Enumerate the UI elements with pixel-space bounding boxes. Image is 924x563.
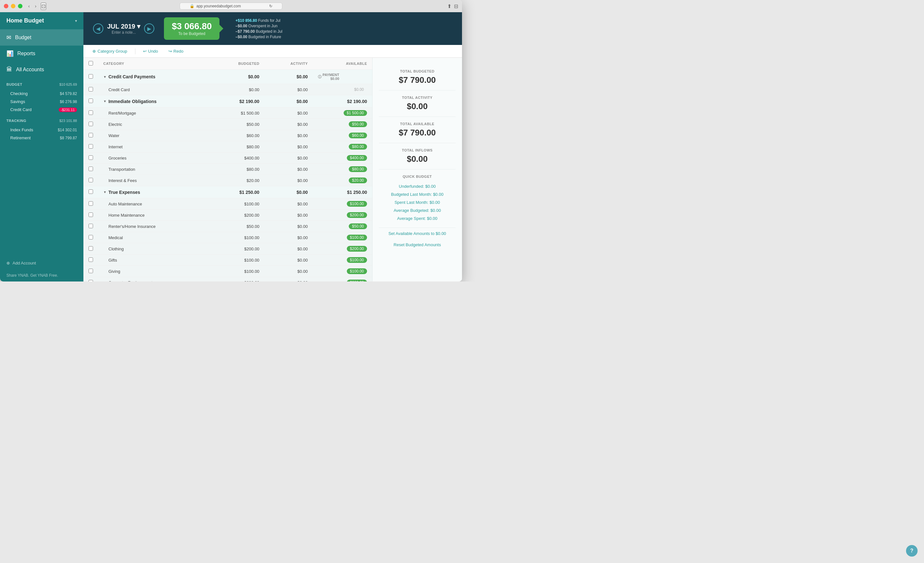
sidebar-arrow-icon[interactable]: ▾ xyxy=(75,19,77,23)
available-badge[interactable]: $80.00 xyxy=(349,144,367,150)
back-button[interactable]: ‹ xyxy=(26,3,32,9)
set-available-button[interactable]: Set Available Amounts to $0.00 xyxy=(379,228,456,239)
group-budgeted[interactable]: $1 250.00 xyxy=(210,186,264,198)
available-badge[interactable]: $80.00 xyxy=(349,166,367,172)
row-checkbox[interactable] xyxy=(88,246,93,251)
item-budgeted[interactable]: $200.00 xyxy=(210,243,264,255)
undo-button[interactable]: ↩ Undo xyxy=(141,48,161,55)
item-budgeted[interactable]: $100.00 xyxy=(210,266,264,277)
sidebar-account-index-funds[interactable]: Index Funds $14 302.01 xyxy=(0,126,83,134)
row-checkbox[interactable] xyxy=(88,235,93,239)
quick-budget-budgeted-last-month[interactable]: Budgeted Last Month: $0.00 xyxy=(379,190,456,198)
available-badge[interactable]: $60.00 xyxy=(349,132,367,138)
maximize-button[interactable] xyxy=(18,4,22,8)
item-budgeted[interactable]: $60.00 xyxy=(210,130,264,141)
item-budgeted[interactable]: $100.00 xyxy=(210,232,264,243)
item-budgeted[interactable]: $200.00 xyxy=(210,277,264,282)
group-budgeted[interactable]: $0.00 xyxy=(210,70,264,84)
row-checkbox[interactable] xyxy=(88,133,93,137)
row-checkbox[interactable] xyxy=(88,280,93,282)
row-checkbox[interactable] xyxy=(88,189,93,194)
sidebar-account-credit-card[interactable]: Credit Card -$231.11 xyxy=(0,106,83,114)
item-available: $0.00 xyxy=(313,84,372,95)
row-checkbox[interactable] xyxy=(88,110,93,115)
sidebar-item-all-accounts[interactable]: 🏛 All Accounts xyxy=(0,62,83,77)
available-badge[interactable]: $50.00 xyxy=(349,121,367,127)
accounts-icon: 🏛 xyxy=(6,66,12,73)
sidebar-toggle-button[interactable]: ⊡ xyxy=(41,3,46,10)
share-button[interactable]: ⬆ xyxy=(447,3,452,9)
tracking-section-amount: $23 101.88 xyxy=(59,119,77,123)
row-checkbox[interactable] xyxy=(88,269,93,273)
row-checkbox[interactable] xyxy=(88,167,93,171)
expand-arrow-icon[interactable]: ▼ xyxy=(103,99,106,103)
item-budgeted[interactable]: $50.00 xyxy=(210,119,264,130)
quick-budget-underfunded[interactable]: Underfunded: $0.00 xyxy=(379,182,456,190)
select-all-checkbox[interactable] xyxy=(88,61,93,66)
sidebar-account-savings[interactable]: Savings $6 276.98 xyxy=(0,98,83,106)
row-checkbox[interactable] xyxy=(88,224,93,228)
available-badge[interactable]: $200.00 xyxy=(347,279,367,281)
available-badge[interactable]: $200.00 xyxy=(347,212,367,218)
sidebar-item-label-reports: Reports xyxy=(17,51,35,57)
item-budgeted[interactable]: $100.00 xyxy=(210,255,264,266)
expand-arrow-icon[interactable]: ▼ xyxy=(103,75,106,79)
row-checkbox[interactable] xyxy=(88,74,93,79)
available-badge[interactable]: $100.00 xyxy=(347,235,367,240)
available-badge[interactable]: $100.00 xyxy=(347,268,367,274)
group-budgeted[interactable]: $2 190.00 xyxy=(210,95,264,108)
window-control-button[interactable]: ⊟ xyxy=(454,3,458,9)
item-budgeted[interactable]: $100.00 xyxy=(210,198,264,210)
row-checkbox[interactable] xyxy=(88,257,93,262)
row-checkbox[interactable] xyxy=(88,144,93,149)
item-budgeted[interactable]: $20.00 xyxy=(210,175,264,186)
item-budgeted[interactable]: $400.00 xyxy=(210,152,264,164)
available-badge[interactable]: $100.00 xyxy=(347,257,367,263)
row-checkbox[interactable] xyxy=(88,99,93,103)
item-budgeted[interactable]: $80.00 xyxy=(210,164,264,175)
minimize-button[interactable] xyxy=(11,4,15,8)
month-note[interactable]: Enter a note... xyxy=(107,30,140,35)
month-label[interactable]: JUL 2019 ▾ xyxy=(107,23,140,30)
item-budgeted[interactable]: $0.00 xyxy=(210,84,264,95)
row-checkbox[interactable] xyxy=(88,213,93,217)
row-checkbox[interactable] xyxy=(88,87,93,92)
sidebar-item-budget[interactable]: ✉ Budget xyxy=(0,30,83,46)
row-checkbox[interactable] xyxy=(88,201,93,206)
next-month-button[interactable]: ▶ xyxy=(144,23,154,34)
redo-button[interactable]: ↪ Redo xyxy=(166,48,186,55)
close-button[interactable] xyxy=(4,4,8,8)
available-badge[interactable]: $400.00 xyxy=(347,155,367,161)
available-badge[interactable]: $20.00 xyxy=(349,177,367,183)
url-bar[interactable]: 🔒 app.youneedabudget.com ↻ xyxy=(180,3,282,10)
sidebar-account-checking[interactable]: Checking $4 579.82 xyxy=(0,90,83,98)
tracking-section-header[interactable]: TRACKING $23 101.88 xyxy=(6,117,77,125)
item-budgeted[interactable]: $80.00 xyxy=(210,141,264,152)
available-badge-zero[interactable]: $0.00 xyxy=(351,87,367,92)
budget-section-header[interactable]: BUDGET $10 625.69 xyxy=(6,81,77,88)
reset-budgeted-button[interactable]: Reset Budgeted Amounts xyxy=(379,239,456,250)
prev-month-button[interactable]: ◀ xyxy=(93,23,103,34)
to-be-budgeted-box[interactable]: $3 066.80 To be Budgeted xyxy=(164,17,219,40)
lock-icon: 🔒 xyxy=(190,4,194,8)
total-budgeted-value: $7 790.00 xyxy=(379,75,456,85)
forward-button[interactable]: › xyxy=(33,3,39,9)
available-badge[interactable]: $200.00 xyxy=(347,246,367,252)
available-badge[interactable]: $100.00 xyxy=(347,201,367,207)
available-badge[interactable]: $1 500.00 xyxy=(344,110,367,116)
quick-budget-average-spent[interactable]: Average Spent: $0.00 xyxy=(379,215,456,222)
quick-budget-spent-last-month[interactable]: Spent Last Month: $0.00 xyxy=(379,198,456,206)
row-checkbox[interactable] xyxy=(88,122,93,126)
expand-arrow-icon[interactable]: ▼ xyxy=(103,190,106,194)
quick-budget-average-budgeted[interactable]: Average Budgeted: $0.00 xyxy=(379,206,456,215)
item-budgeted[interactable]: $1 500.00 xyxy=(210,108,264,119)
add-account-button[interactable]: ⊕ Add Account xyxy=(0,257,83,269)
sidebar-item-reports[interactable]: 📊 Reports xyxy=(0,46,83,62)
sidebar-account-retirement[interactable]: Retirement $8 799.87 xyxy=(0,134,83,142)
available-badge[interactable]: $50.00 xyxy=(349,224,367,229)
row-checkbox[interactable] xyxy=(88,178,93,182)
item-budgeted[interactable]: $50.00 xyxy=(210,221,264,232)
item-budgeted[interactable]: $200.00 xyxy=(210,210,264,221)
add-category-group-button[interactable]: ⊕ Category Group xyxy=(90,48,130,55)
row-checkbox[interactable] xyxy=(88,155,93,160)
